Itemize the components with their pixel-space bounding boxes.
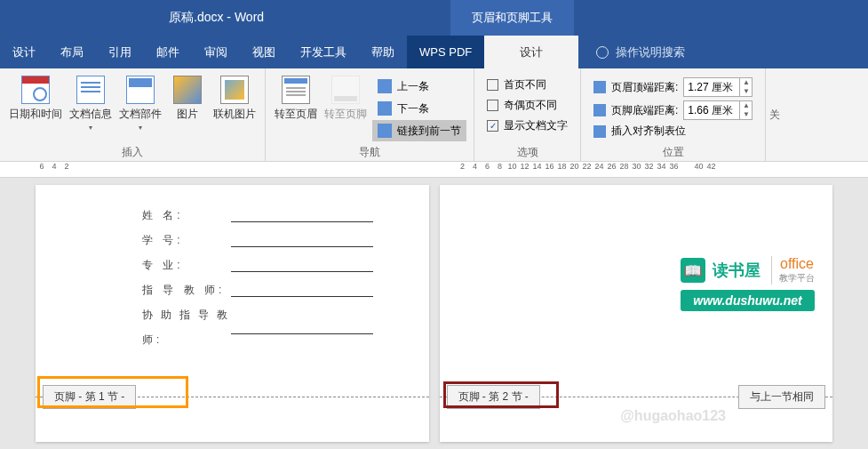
bulb-icon — [596, 46, 609, 59]
ghost-watermark: @hugaohao123 — [620, 408, 726, 424]
spin-up-icon[interactable]: ▲ — [740, 78, 752, 87]
date-time-button[interactable]: 日期和时间 — [5, 72, 66, 120]
group-label-insert: 插入 — [0, 145, 265, 161]
group-label-position: 位置 — [581, 145, 765, 161]
doc-info-button[interactable]: 文档信息▾ — [66, 72, 115, 134]
tab-references[interactable]: 引用 — [96, 36, 144, 68]
book-icon: 📖 — [681, 258, 705, 283]
group-label-nav: 导航 — [266, 145, 474, 161]
tab-view[interactable]: 视图 — [240, 36, 288, 68]
tab-help[interactable]: 帮助 — [359, 36, 407, 68]
footer-zone-1[interactable]: 页脚 - 第 1 节 - — [36, 397, 429, 397]
tab-developer[interactable]: 开发工具 — [288, 36, 359, 68]
document-title: 原稿.docx - Word — [169, 10, 264, 26]
parts-icon — [126, 76, 155, 104]
online-picture-button[interactable]: 联机图片 — [210, 72, 259, 120]
header-top-label: 页眉顶端距离: — [611, 80, 678, 95]
prev-section-button[interactable]: 上一条 — [372, 76, 466, 97]
doc-parts-button[interactable]: 文档部件▾ — [115, 72, 165, 134]
online-picture-icon — [220, 76, 249, 104]
tab-mailings[interactable]: 邮件 — [144, 36, 192, 68]
footer-distance-spinner[interactable]: ▲▼ — [683, 100, 753, 120]
group-options: 首页不同 奇偶页不同 ✓显示文档文字 选项 — [474, 68, 581, 161]
header-distance-input[interactable] — [684, 81, 739, 93]
same-as-previous-tag: 与上一节相同 — [738, 385, 825, 409]
spin-up-icon[interactable]: ▲ — [740, 101, 752, 110]
link-icon — [378, 124, 392, 138]
search-placeholder: 操作说明搜索 — [616, 44, 685, 60]
tab-wps-pdf[interactable]: WPS PDF — [407, 36, 484, 68]
picture-icon — [173, 76, 202, 104]
close-header-footer-button[interactable]: 关 — [766, 68, 784, 161]
tab-layout[interactable]: 布局 — [48, 36, 96, 68]
form-fields: 姓 名: 学 号: 专 业: 指 导 教 师: 协助指导教师: — [142, 203, 373, 352]
footer-section-tag-2: 页脚 - 第 2 节 - — [447, 385, 540, 409]
goto-header-button[interactable]: 转至页眉 — [271, 72, 321, 120]
footer-distance-icon — [593, 104, 606, 116]
watermark: 📖读书屋office教学平台 www.dushuwu.net — [681, 256, 815, 311]
watermark-url: www.dushuwu.net — [681, 290, 815, 311]
page-2[interactable]: 📖读书屋office教学平台 www.dushuwu.net @hugaohao… — [440, 185, 833, 442]
group-label-options: 选项 — [474, 145, 580, 161]
page-1[interactable]: 姓 名: 学 号: 专 业: 指 导 教 师: 协助指导教师: 页脚 - 第 1… — [36, 185, 429, 442]
next-section-button[interactable]: 下一条 — [372, 98, 466, 119]
header-distance-icon — [593, 81, 606, 93]
check-odd-even-different[interactable]: 奇偶页不同 — [487, 98, 568, 113]
group-navigation: 转至页眉 转至页脚 上一条 下一条 链接到前一节 导航 — [266, 68, 474, 161]
insert-align-tab-button[interactable]: 插入对齐制表位 — [593, 124, 753, 139]
menu-bar: 设计 布局 引用 邮件 审阅 视图 开发工具 帮助 WPS PDF 设计 操作说… — [0, 36, 868, 68]
tell-me-search[interactable]: 操作说明搜索 — [596, 44, 685, 60]
picture-button[interactable]: 图片 — [165, 72, 210, 120]
footer-distance-input[interactable] — [684, 104, 739, 116]
link-previous-button[interactable]: 链接到前一节 — [372, 120, 466, 141]
checkbox-icon — [487, 79, 498, 91]
contextual-tab-header-footer: 页眉和页脚工具 — [450, 0, 574, 36]
footer-icon — [331, 76, 360, 104]
tab-review[interactable]: 审阅 — [192, 36, 240, 68]
footer-bottom-label: 页脚底端距离: — [611, 103, 678, 118]
header-distance-spinner[interactable]: ▲▼ — [683, 77, 753, 97]
horizontal-ruler[interactable]: 642 246810121416182022242628303234364042 — [0, 162, 868, 178]
goto-footer-button: 转至页脚 — [321, 72, 370, 120]
spin-down-icon[interactable]: ▼ — [740, 87, 752, 96]
ribbon: 日期和时间 文档信息▾ 文档部件▾ 图片 联机图片 插入 转至页眉 转至页脚 上… — [0, 68, 868, 162]
group-insert: 日期和时间 文档信息▾ 文档部件▾ 图片 联机图片 插入 — [0, 68, 266, 161]
document-workspace: 姓 名: 学 号: 专 业: 指 导 教 师: 协助指导教师: 页脚 - 第 1… — [0, 178, 868, 449]
check-show-document-text[interactable]: ✓显示文档文字 — [487, 118, 568, 133]
header-icon — [282, 76, 310, 104]
title-bar: 原稿.docx - Word 页眉和页脚工具 — [0, 0, 868, 36]
down-arrow-icon — [378, 101, 392, 116]
tab-design-contextual[interactable]: 设计 — [484, 36, 578, 68]
tab-icon — [593, 125, 606, 138]
up-arrow-icon — [378, 79, 392, 93]
footer-section-tag-1: 页脚 - 第 1 节 - — [43, 385, 136, 409]
document-icon — [76, 76, 105, 104]
checkbox-icon — [487, 100, 498, 111]
tab-design-main[interactable]: 设计 — [0, 36, 48, 68]
calendar-icon — [21, 76, 50, 104]
group-position: 页眉顶端距离: ▲▼ 页脚底端距离: ▲▼ 插入对齐制表位 位置 — [581, 68, 766, 161]
checkbox-icon: ✓ — [487, 120, 498, 132]
footer-zone-2[interactable]: 页脚 - 第 2 节 - 与上一节相同 — [440, 397, 833, 397]
spin-down-icon[interactable]: ▼ — [740, 110, 752, 119]
check-first-page-different[interactable]: 首页不同 — [487, 77, 568, 92]
